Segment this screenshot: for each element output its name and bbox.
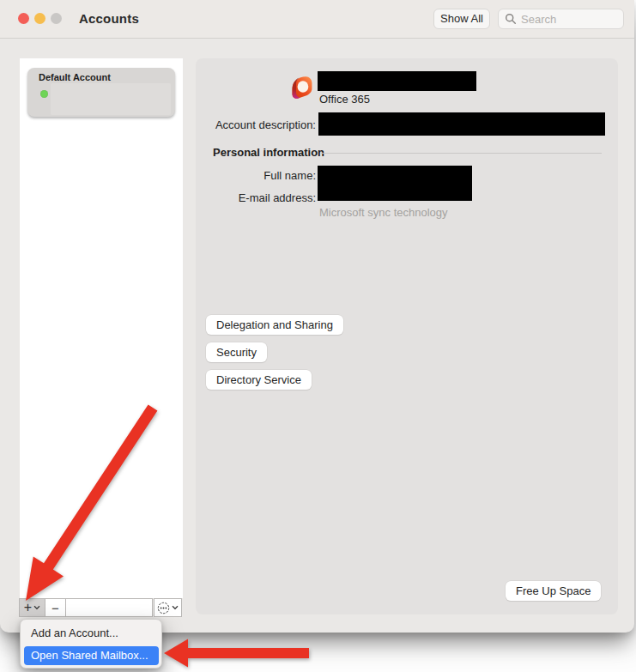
zoom-window-icon[interactable] [51, 13, 62, 24]
redacted-personal-info [318, 166, 472, 201]
minimize-window-icon[interactable] [34, 13, 45, 24]
search-input[interactable] [521, 13, 615, 26]
show-all-button[interactable]: Show All [433, 9, 490, 29]
redacted-account-title [318, 71, 476, 91]
security-button[interactable]: Security [206, 342, 267, 362]
account-list: Default Account [20, 58, 183, 598]
default-account-label: Default Account [39, 72, 111, 82]
minus-icon: − [51, 602, 59, 614]
more-options-button[interactable] [154, 598, 182, 617]
accounts-window: Accounts Show All Default Account + − [0, 0, 634, 633]
free-up-space-button[interactable]: Free Up Space [506, 581, 601, 601]
window-title: Accounts [79, 11, 139, 26]
search-icon [505, 13, 517, 25]
add-account-menu: Add an Account... Open Shared Mailbox... [20, 619, 162, 669]
add-account-button[interactable]: + [19, 598, 45, 617]
provider-label: Office 365 [319, 93, 370, 106]
email-address-label: E-mail address: [196, 191, 316, 204]
delegation-and-sharing-button[interactable]: Delegation and Sharing [206, 315, 343, 335]
section-divider [321, 153, 602, 154]
footer-spacer [65, 598, 153, 617]
plus-icon: + [24, 601, 32, 614]
sync-technology-note: Microsoft sync technology [319, 206, 448, 219]
full-name-label: Full name: [196, 169, 316, 182]
account-detail-panel: Office 365 Account description: Personal… [196, 58, 618, 614]
red-arrow-to-open-shared-mailbox-icon [164, 639, 309, 668]
search-field[interactable] [498, 9, 624, 29]
account-description-label: Account description: [196, 118, 316, 131]
account-list-item[interactable]: Default Account [27, 68, 175, 117]
menu-item-open-shared-mailbox[interactable]: Open Shared Mailbox... [24, 646, 159, 665]
menu-item-add-an-account[interactable]: Add an Account... [31, 627, 118, 639]
redacted-account-name [51, 83, 171, 115]
remove-account-button[interactable]: − [45, 598, 66, 617]
personal-information-header: Personal information [213, 146, 324, 159]
chevron-down-icon [172, 605, 179, 610]
close-window-icon[interactable] [18, 13, 29, 24]
redacted-account-description [318, 112, 605, 136]
online-status-icon [40, 90, 48, 98]
chevron-down-icon [33, 605, 40, 610]
circle-ellipsis-icon [157, 602, 170, 614]
directory-service-button[interactable]: Directory Service [206, 370, 312, 390]
title-bar: Accounts Show All [0, 0, 634, 39]
office-365-logo-icon [290, 76, 314, 100]
